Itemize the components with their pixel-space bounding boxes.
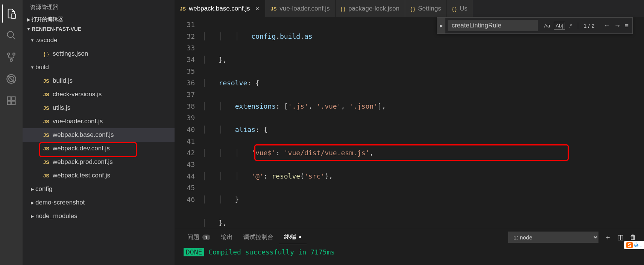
open-editors-label: 打开的编辑器 [32,16,63,23]
js-icon: { } [452,6,457,12]
find-input[interactable] [448,20,538,31]
tree-item-label: webpack.test.conf.js [53,172,110,179]
tree-item-node_modules[interactable]: ▶node_modules [23,209,175,223]
tree-item-utils-js[interactable]: JSutils.js [23,101,175,115]
tab-package-lock-json[interactable]: { }package-lock.json [336,0,405,17]
whole-word-toggle[interactable]: Ab| [554,22,565,30]
find-selection-icon[interactable]: ≡ [624,22,629,30]
search-icon[interactable] [2,26,20,44]
tab-problems[interactable]: 问题 1 [182,230,216,244]
chevron-right-icon: ▶ [26,17,32,22]
terminal-active-dot [299,236,301,238]
svg-point-3 [8,53,10,55]
open-editors-section[interactable]: ▶ 打开的编辑器 [23,15,175,24]
close-icon[interactable]: ✕ [255,6,260,12]
match-case-toggle[interactable]: Aa [542,22,551,29]
chevron-right-icon: ▶ [29,214,35,219]
new-terminal-icon[interactable]: ＋ [605,233,611,242]
sidebar: 资源管理器 ▶ 打开的编辑器 ▼ RENREN-FAST-VUE ▼.vscod… [23,0,175,265]
ime-s-badge: S [626,242,633,248]
sidebar-title: 资源管理器 [23,0,175,15]
tab-vue-loader-conf-js[interactable]: JSvue-loader.conf.js [265,0,335,17]
tab-Us[interactable]: { }Us [447,0,473,17]
js-icon: JS [42,78,50,84]
terminal-done-badge: DONE [184,248,204,256]
svg-rect-9 [8,97,11,100]
line-gutter: 31323334353637383940414243444546 [175,17,202,229]
tab-webpack-base-conf-js[interactable]: JSwebpack.base.conf.js✕ [175,0,265,17]
tree-item-build-js[interactable]: JSbuild.js [23,74,175,88]
json-icon: { } [42,51,50,57]
svg-point-4 [13,53,15,55]
tree-item-webpack-test-conf-js[interactable]: JSwebpack.test.conf.js [23,169,175,182]
tab-Settings[interactable]: { }Settings [405,0,447,17]
svg-rect-10 [8,101,11,104]
editor[interactable]: 31323334353637383940414243444546 │ │ │ c… [175,17,644,229]
tree-item-label: utils.js [53,104,70,112]
js-icon: JS [270,6,276,12]
debug-icon[interactable] [2,70,20,88]
js-icon: JS [180,6,186,12]
project-label: RENREN-FAST-VUE [32,26,81,32]
tree-item-label: .vscode [35,36,58,44]
tab-terminal[interactable]: 终端 [279,230,307,244]
svg-rect-0 [11,14,16,18]
extensions-icon[interactable] [2,92,20,110]
find-toggle-replace[interactable]: ▶ [437,18,445,33]
tab-label: webpack.base.conf.js [189,5,250,12]
tree-item-label: config [35,185,52,193]
tab-label: Settings [418,5,441,12]
regex-toggle[interactable]: .* [567,22,574,29]
split-terminal-icon[interactable]: ◫ [617,233,624,241]
terminal-output[interactable]: DONE Compiled successfully in 7175ms [175,245,644,265]
tree-item-label: webpack.prod.conf.js [53,158,113,166]
tree-item-check-versions-js[interactable]: JScheck-versions.js [23,88,175,101]
project-section[interactable]: ▼ RENREN-FAST-VUE [23,24,175,33]
file-tree: ▼.vscode{ }settings.json▼buildJSbuild.js… [23,33,175,265]
explorer-icon[interactable] [2,5,20,23]
tab-debug-console[interactable]: 调试控制台 [238,230,279,244]
tree-item-label: build.js [53,77,73,85]
find-prev-icon[interactable]: ← [603,22,610,30]
js-icon: JS [42,92,50,97]
tree-item-label: check-versions.js [53,91,102,98]
tree-item-settings-json[interactable]: { }settings.json [23,47,175,61]
js-icon: JS [42,119,50,124]
js-icon: { } [410,6,415,12]
js-icon: JS [42,159,50,165]
tree-item-demo-screenshot[interactable]: ▶demo-screenshot [23,196,175,209]
tree-item-vue-loader-conf-js[interactable]: JSvue-loader.conf.js [23,115,175,128]
svg-rect-12 [12,97,15,100]
source-control-icon[interactable] [2,48,20,66]
tree-item-label: node_modules [35,212,77,220]
chevron-right-icon: ▶ [29,187,35,192]
tree-item-webpack-prod-conf-js[interactable]: JSwebpack.prod.conf.js [23,155,175,169]
svg-point-5 [10,59,12,61]
problems-badge: 1 [202,235,210,240]
tab-bar: JSwebpack.base.conf.js✕JSvue-loader.conf… [175,0,644,17]
tree-item-label: webpack.dev.conf.js [53,145,110,152]
activity-bar [0,0,23,265]
tree-item--vscode[interactable]: ▼.vscode [23,33,175,47]
tree-item-webpack-dev-conf-js[interactable]: JSwebpack.dev.conf.js [23,142,175,155]
ime-mode-label: 英 , [633,242,642,248]
tab-label: Us [460,5,468,12]
code-area[interactable]: │ │ │ config.build.as │ }, │ resolve: { … [202,17,644,229]
tree-item-label: build [35,64,49,71]
svg-rect-11 [12,101,15,104]
tree-item-label: webpack.base.conf.js [53,131,114,139]
tree-item-webpack-base-conf-js[interactable]: JSwebpack.base.conf.js [23,128,175,142]
tab-output[interactable]: 输出 [216,230,238,244]
terminal-select[interactable]: 1: node [508,232,598,243]
find-next-icon[interactable]: → [614,22,621,30]
ime-indicator: S 英 , [624,241,644,249]
tree-item-label: demo-screenshot [35,199,85,206]
js-icon: JS [42,132,50,138]
find-count: 1 / 2 [578,23,600,29]
chevron-right-icon: ▶ [29,200,35,205]
tree-item-build[interactable]: ▼build [23,61,175,74]
kill-terminal-icon[interactable]: 🗑 [630,233,636,241]
js-icon: JS [42,105,50,111]
tree-item-config[interactable]: ▶config [23,182,175,196]
bottom-panel: 问题 1 输出 调试控制台 终端 1: node ＋ ◫ 🗑 [175,229,644,265]
